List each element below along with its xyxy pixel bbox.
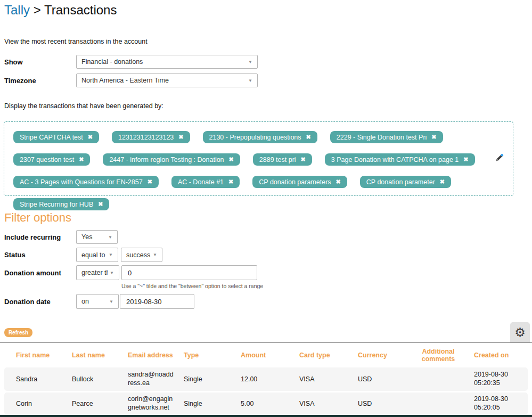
remove-tag-icon[interactable]: ✖ — [431, 134, 436, 141]
cell-card-type: VISA — [299, 375, 358, 383]
tag-label: 2447 - inform region Testing : Donation — [109, 156, 224, 163]
tag-label: 2229 - Single Donation test Pri — [337, 134, 427, 141]
tag-chip[interactable]: CP donation parameter✖ — [360, 176, 451, 188]
breadcrumb-tally-link[interactable]: Tally — [4, 3, 30, 17]
remove-tag-icon[interactable]: ✖ — [88, 134, 93, 141]
chevron-down-icon: ▼ — [248, 78, 252, 83]
show-label: Show — [4, 58, 23, 66]
tag-label: 123123123123123 — [118, 134, 174, 141]
table-row: Sandra Bullock sandra@noaddress.ea Singl… — [4, 367, 528, 391]
include-recurring-value: Yes — [81, 233, 106, 241]
generated-by-label: Display the transactions that have been … — [4, 102, 163, 110]
column-header: Card type — [299, 351, 358, 359]
cell-first-name: Sandra — [16, 375, 72, 383]
refresh-button[interactable]: Refresh — [4, 328, 32, 337]
cell-card-type: VISA — [299, 400, 358, 407]
column-header: Additional comments — [410, 348, 474, 363]
cell-currency: USD — [358, 375, 410, 383]
tag-chip[interactable]: 2130 - Prepopulating questions✖ — [203, 131, 317, 143]
table-top-divider — [0, 342, 532, 343]
tag-label: 2130 - Prepopulating questions — [209, 134, 301, 141]
tag-chip[interactable]: 2307 question test✖ — [13, 153, 90, 166]
include-recurring-label: Include recurring — [4, 233, 61, 241]
table-header-row: First name Last name Email address Type … — [4, 345, 528, 365]
tag-label: 2307 question test — [20, 156, 74, 163]
donation-amount-label: Donation amount — [4, 269, 61, 277]
timezone-label: Timezone — [4, 77, 36, 85]
tag-label: 3 Page Donation with CATPCHA on page 1 — [331, 156, 459, 163]
remove-tag-icon[interactable]: ✖ — [229, 156, 234, 163]
date-input[interactable] — [120, 294, 194, 309]
amount-help-text: Use a "~" tilde and the "between" option… — [121, 283, 263, 289]
chevron-down-icon: ▼ — [109, 252, 113, 257]
timezone-select[interactable]: North America - Eastern Time ▼ — [76, 73, 258, 87]
edit-icon[interactable] — [495, 153, 504, 164]
remove-tag-icon[interactable]: ✖ — [336, 178, 341, 185]
cell-email: corin@engagingnetworks.net — [128, 395, 181, 412]
include-recurring-select[interactable]: Yes ▼ — [76, 230, 118, 244]
remove-tag-icon[interactable]: ✖ — [301, 156, 306, 163]
tag-chip[interactable]: AC - Donate #1✖ — [171, 176, 240, 188]
remove-tag-icon[interactable]: ✖ — [306, 134, 311, 141]
table-settings-button[interactable]: ⚙ — [510, 322, 530, 342]
status-value-select[interactable]: success ▼ — [121, 248, 162, 262]
tag-label: CP donation parameter — [366, 178, 435, 186]
remove-tag-icon[interactable]: ✖ — [440, 178, 445, 185]
amount-input[interactable] — [121, 265, 257, 280]
column-header: Created on — [474, 351, 523, 359]
cell-currency: USD — [358, 400, 410, 407]
cell-created-on: 2019-08-30 05:20:05 — [474, 395, 517, 412]
remove-tag-icon[interactable]: ✖ — [98, 201, 103, 208]
tag-chip[interactable]: 2889 test pri✖ — [253, 153, 312, 166]
tag-chip[interactable]: 123123123123123✖ — [112, 131, 190, 143]
cell-last-name: Pearce — [72, 400, 128, 407]
cell-email: sandra@noaddress.ea — [128, 371, 181, 387]
page-title: Transactions — [44, 3, 117, 17]
tag-chip[interactable]: CP donation parameters✖ — [252, 176, 347, 188]
column-header: Amount — [241, 351, 299, 359]
show-select[interactable]: Financial - donations ▼ — [76, 55, 258, 69]
remove-tag-icon[interactable]: ✖ — [79, 156, 84, 163]
tag-label: Stripe Recurring for HUB — [20, 201, 93, 208]
breadcrumb-separator: > — [34, 3, 41, 17]
gear-icon: ⚙ — [514, 326, 526, 339]
page-tags-container: Stripe CAPTCHA test✖ 123123123123123✖ 21… — [4, 121, 513, 196]
tag-label: CP donation parameters — [259, 178, 331, 186]
tag-chip[interactable]: 2447 - inform region Testing : Donation✖ — [103, 153, 240, 166]
cell-first-name: Corin — [16, 400, 72, 407]
tag-chip[interactable]: Stripe CAPTCHA test✖ — [13, 131, 99, 143]
tag-chip[interactable]: 2229 - Single Donation test Pri✖ — [330, 131, 443, 143]
chevron-down-icon: ▼ — [248, 60, 252, 64]
transactions-page: Tally > Transactions View the most recen… — [0, 0, 532, 417]
tag-chip[interactable]: Stripe Recurring for HUB✖ — [13, 198, 109, 210]
status-operator-value: equal to — [81, 251, 107, 259]
chevron-down-icon: ▼ — [153, 252, 157, 257]
tag-label: Stripe CAPTCHA test — [20, 134, 83, 141]
column-header: Currency — [358, 351, 410, 359]
remove-tag-icon[interactable]: ✖ — [463, 156, 468, 163]
tag-chip[interactable]: AC - 3 Pages with Questions for EN-2857✖ — [13, 176, 159, 188]
chevron-down-icon: ▼ — [108, 235, 112, 240]
cell-created-on: 2019-08-30 05:20:35 — [474, 371, 517, 387]
date-operator-select[interactable]: on ▼ — [76, 294, 119, 309]
column-header: Email address — [128, 351, 184, 359]
column-header: Type — [184, 351, 241, 359]
donation-date-label: Donation date — [4, 298, 51, 306]
remove-tag-icon[interactable]: ✖ — [178, 134, 183, 141]
amount-operator-value: greater than — [81, 269, 108, 276]
page-subtitle: View the most recent transactions in the… — [4, 38, 148, 45]
date-operator-value: on — [81, 298, 107, 305]
chevron-down-icon: ▼ — [110, 271, 114, 275]
status-operator-select[interactable]: equal to ▼ — [76, 248, 118, 262]
cell-type: Single — [184, 400, 241, 407]
remove-tag-icon[interactable]: ✖ — [228, 178, 233, 185]
cell-amount: 5.00 — [241, 400, 299, 407]
chevron-down-icon: ▼ — [109, 299, 113, 304]
cell-type: Single — [184, 375, 241, 383]
remove-tag-icon[interactable]: ✖ — [148, 178, 152, 185]
tag-chip[interactable]: 3 Page Donation with CATPCHA on page 1✖ — [325, 153, 475, 166]
amount-operator-select[interactable]: greater than ▼ — [76, 265, 119, 280]
table-row: Corin Pearce corin@engagingnetworks.net … — [4, 393, 528, 415]
cell-amount: 12.00 — [241, 375, 299, 383]
breadcrumb: Tally > Transactions — [4, 3, 117, 18]
